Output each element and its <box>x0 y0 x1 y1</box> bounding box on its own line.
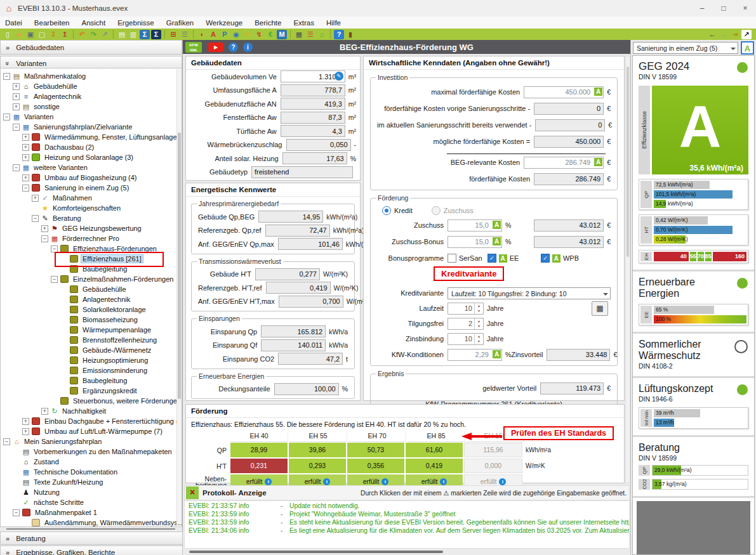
expand-toggle[interactable]: + <box>13 93 20 100</box>
tree-item[interactable]: ★Komforteigenschaften <box>1 203 182 213</box>
expand-toggle[interactable]: + <box>22 134 29 141</box>
undo-button[interactable]: ↶ <box>77 30 87 39</box>
log-line[interactable]: EVEBI: 21:33:57 info-Update nicht notwen… <box>189 502 625 511</box>
expand-toggle[interactable]: − <box>41 235 48 242</box>
tree-item[interactable]: −▦weitere Varianten <box>1 162 182 173</box>
chart-edit-button[interactable]: ↗ <box>741 30 752 39</box>
tree-item[interactable]: Ergänzungskredit <box>1 386 182 396</box>
menu-item[interactable]: Werkzeuge <box>206 19 242 27</box>
tree-item[interactable]: +Umbau auf Biogasheizung (4) <box>1 173 182 183</box>
tree-item[interactable]: ▤Texte Zukunft/Heizung <box>1 477 182 487</box>
tree-item[interactable]: +▤sonstige <box>1 101 182 112</box>
tree-item[interactable]: ▦Technische Dokumentation <box>1 467 182 477</box>
tree-item[interactable]: +⚑GEG Heizungsbewertung <box>1 223 182 233</box>
log-line[interactable]: EVEBI: 21:33:59 info-Projekt "Wohngebäud… <box>189 511 625 519</box>
tree-item[interactable]: ♟Nutzung <box>1 487 182 497</box>
tree-item[interactable]: +✓Maßnahmen <box>1 193 182 203</box>
scrollbar-thumb[interactable] <box>627 67 629 257</box>
tree-item[interactable]: −⌂Mein Sanierungsfahrplan <box>1 436 182 447</box>
kfw-konditionen-input[interactable]: 2,29 A <box>448 349 502 361</box>
tree-item[interactable]: Wärmepumpenanlage <box>1 325 182 335</box>
tree-item[interactable]: Gebäude-/Wärmenetz <box>1 345 182 355</box>
back-button[interactable]: ← <box>707 30 717 39</box>
consulting-button[interactable]: ◗ <box>197 30 207 39</box>
tree-item[interactable]: Brennstoffzellenheizung <box>1 335 182 345</box>
spin-up-icon[interactable]: ▲ <box>475 334 483 339</box>
expand-toggle[interactable]: − <box>51 245 58 252</box>
sigma-sum-button[interactable]: Σ <box>140 30 150 39</box>
log-line[interactable]: EVEBI: 21:34:06 info-Es liegt eine Aktua… <box>189 527 625 535</box>
info-icon[interactable]: i <box>381 478 388 485</box>
value-box[interactable]: 450.000A <box>524 86 604 98</box>
expand-toggle[interactable]: − <box>3 73 10 80</box>
auto-badge[interactable]: A <box>594 158 602 166</box>
expand-toggle[interactable]: + <box>22 174 29 181</box>
info-icon[interactable]: i <box>265 478 272 485</box>
info-icon[interactable]: i <box>440 478 447 485</box>
tree-item[interactable]: Baubegleitung <box>1 375 182 386</box>
auto-badge[interactable]: A <box>493 237 501 245</box>
spin-down-icon[interactable]: ▼ <box>475 308 483 314</box>
menu-item[interactable]: Extras <box>293 19 314 27</box>
spin-down-icon[interactable]: ▼ <box>475 339 483 344</box>
expand-toggle[interactable]: − <box>13 164 20 171</box>
tree-item[interactable]: +Heizung und Solaranlage (3) <box>1 152 182 162</box>
tree-item[interactable]: +Dachausbau (2) <box>1 142 182 152</box>
jump-to-input-button[interactable]: ⇥ <box>730 30 740 39</box>
expand-toggle[interactable]: + <box>13 103 20 110</box>
sigma-total-button[interactable]: Σ <box>151 30 161 39</box>
sidebar-section-ergebnisse[interactable]: » Ergebnisse, Grafiken, Berichte <box>0 545 183 555</box>
laufzeit-stepper[interactable]: 10 ▲▼ <box>448 303 484 315</box>
tree-item[interactable]: Anlagentechnik <box>1 294 182 304</box>
auto-badge[interactable]: A <box>499 254 507 263</box>
sun-button[interactable]: ☀ <box>242 30 253 39</box>
expand-toggle[interactable]: + <box>13 83 20 90</box>
horizontal-scrollbar[interactable] <box>189 551 443 553</box>
open-folder-button[interactable]: ▰ <box>14 30 24 39</box>
expand-toggle[interactable]: − <box>13 509 20 516</box>
new-file-button[interactable]: ▯ <box>3 30 13 39</box>
kredit-radio-label[interactable]: Kredit <box>394 207 413 214</box>
report-doc-button[interactable]: ▤ <box>117 30 127 39</box>
spin-down-icon[interactable]: ▼ <box>475 323 483 329</box>
expand-toggle[interactable]: − <box>32 215 39 222</box>
edit-icon[interactable]: ✎ <box>335 72 343 81</box>
main-scrollbar[interactable] <box>625 56 630 483</box>
tree-item[interactable]: Gebäudehülle <box>1 284 182 294</box>
value-box[interactable]: 286.749A <box>524 157 604 169</box>
auto-badge[interactable]: A <box>493 350 501 358</box>
tree-item[interactable]: −Sanierung in einem Zug (5) <box>1 183 182 193</box>
tree-item[interactable]: −▤Maßnahmenkatalog <box>1 71 182 81</box>
tree-item[interactable]: Biomasseheizung <box>1 315 182 325</box>
ee-checkbox[interactable]: ✓ <box>487 254 496 263</box>
tree-item[interactable]: Steuerbonus, weitere Förderungen <box>1 396 182 406</box>
ms-tool-button[interactable]: M <box>277 30 287 39</box>
expand-toggle[interactable]: + <box>32 195 39 202</box>
menu-item[interactable]: Bearbeiten <box>34 19 70 27</box>
tree-item[interactable]: +≡Anlagentechnik <box>1 91 182 101</box>
tree-item[interactable]: Außendämmung, Wärmedämmverbundsystem <box>1 518 182 527</box>
menu-item[interactable]: Hilfe <box>326 19 341 27</box>
chart-doc-button[interactable]: ▥ <box>128 30 138 39</box>
minimize-button[interactable]: – <box>691 1 713 16</box>
forward-button[interactable]: → <box>719 30 729 39</box>
tree-item[interactable]: ▤Vorbemerkungen zu den Maßnahmepaketen <box>1 447 182 457</box>
spinner-arrows[interactable]: ▲▼ <box>474 334 483 344</box>
variant-auto-button[interactable]: A <box>741 41 754 55</box>
help-button[interactable]: ? <box>334 30 344 39</box>
ventilation-button[interactable]: ◉ <box>231 30 241 39</box>
info-icon[interactable]: i <box>323 478 330 485</box>
expand-toggle[interactable]: + <box>22 154 29 161</box>
sidebar-section-beratung[interactable]: » Beratung <box>0 532 183 545</box>
tree-item[interactable]: +Einbau Dachgaube + Fensterertüchtigung … <box>1 416 182 426</box>
expand-toggle[interactable]: + <box>41 408 48 415</box>
expand-toggle[interactable]: − <box>3 438 10 445</box>
letter-a-button[interactable]: A <box>208 30 218 39</box>
expand-toggle[interactable]: − <box>13 124 20 131</box>
expand-toggle[interactable]: − <box>22 185 29 192</box>
spinner-arrows[interactable]: ▲▼ <box>474 303 483 314</box>
zuschuss-pct-input[interactable]: 15,0 A <box>448 219 502 232</box>
ee-label[interactable]: EE <box>510 254 519 262</box>
magic-wand-button[interactable]: ↗ <box>100 30 110 39</box>
kreditvariante-select[interactable]: Laufzeit: 10 Tilgungsfrei: 2 Bindung: 10 <box>448 287 611 299</box>
